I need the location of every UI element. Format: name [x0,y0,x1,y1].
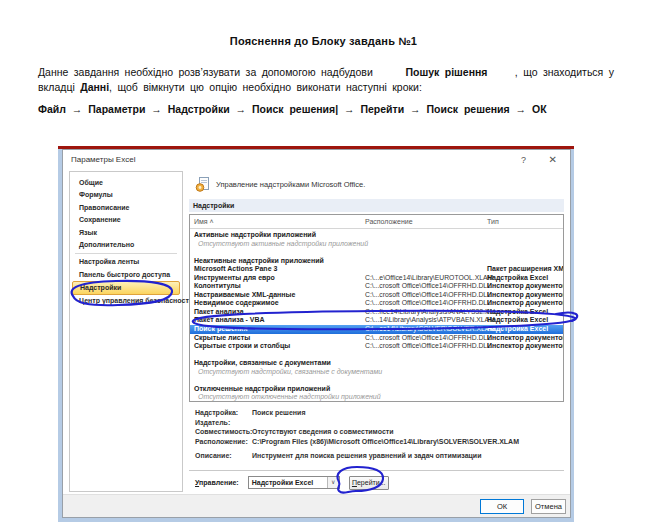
go-button[interactable]: Перейти... [349,476,389,490]
sort-icon: ˄ [210,218,214,225]
column-location[interactable]: Расположение [365,215,413,228]
column-name[interactable]: Имя ˄ [194,215,214,228]
sidebar-item-general[interactable]: Общие [70,177,182,189]
detail-row: Надстройка:Поиск решения [195,408,564,418]
row-name: Неактивные надстройки приложений [194,257,324,266]
row-name: Microsoft Actions Pane 3 [194,265,277,274]
row-location: C:\...crosoft Office\Office14\OFFRHD.DLL [365,282,491,291]
detail-label: Совместимость: [195,427,252,437]
row-location: C:\...crosoft Office\Office14\OFFRHD.DLL [365,334,491,343]
sidebar-item-language[interactable]: Язык [70,227,182,239]
help-icon[interactable]: ? [521,155,526,165]
steps-line: Файл → Параметри → Надстройки → Поиск ре… [38,103,547,115]
row-location: C:\...crosoft Office\Office14\OFFRHD.DLL [365,342,491,351]
sidebar-item-trust-center[interactable]: Центр управления безопасностью [70,295,182,307]
table-group-row: Отключенные надстройки приложений [190,385,563,394]
row-location: C:\...fice14\Library\Analysis\ANALYS32.X… [365,308,497,317]
row-location: C:\...ce14\Library\SOLVER\SOLVER.XLAM [365,325,495,334]
manage-dropdown-value: Надстройки Excel [249,479,327,486]
table-rows: Активные надстройки приложений Отсутству… [190,229,563,402]
table-row[interactable]: Инструменты для евроC:\...e\Office14\Lib… [190,274,563,283]
table-row[interactable]: Пакет анализаC:\...fice14\Library\Analys… [190,308,563,317]
addins-icon [195,177,210,192]
detail-row: Описание:Инструмент для поиска решения у… [195,451,564,461]
row-name: Отключенные надстройки приложений [194,385,330,394]
row-name: Скрытые строки и столбцы [194,342,290,351]
row-name: Активные надстройки приложений [194,231,316,240]
table-spacer [190,248,563,257]
manage-row: Управление: Надстройки Excel ∨ Перейти..… [189,476,564,490]
close-icon[interactable]: ✕ [549,154,557,165]
sidebar-item-quick-access[interactable]: Панель быстрого доступа [70,269,182,281]
chevron-down-icon[interactable]: ∨ [327,477,339,488]
dialog-titlebar: Параметры Excel ? ✕ [63,150,570,170]
addins-section-label: Надстройки [189,199,564,212]
table-row-solver-selected[interactable]: Поиск решенияC:\...ce14\Library\SOLVER\S… [190,325,563,334]
manage-label-rest: правление: [199,479,239,486]
sidebar-item-formulas[interactable]: Формулы [70,189,182,201]
table-row[interactable]: Пакет анализа - VBAC:\...14\Library\Anal… [190,316,563,325]
row-name: Надстройки, связанные с документами [194,359,331,368]
detail-row: Расположение:C:\Program Files (x86)\Micr… [195,437,564,447]
sidebar-divider [75,253,177,254]
ok-button[interactable]: ОК [480,499,524,514]
pane-header-text: Управление надстройками Microsoft Office… [216,180,365,189]
paragraph-line-1: Данне завдання необхідно розв’язувати за… [38,65,614,80]
row-name: Невидимое содержимое [194,299,279,308]
column-type[interactable]: Тип [487,215,499,228]
row-location: C:\...14\Library\Analysis\ATPVBAEN.XLAM [365,316,495,325]
table-row[interactable]: Настраиваемые XML-данныеC:\...crosoft Of… [190,291,563,300]
row-name: Настраиваемые XML-данные [194,291,295,300]
detail-value: C:\Program Files (x86)\Microsoft Office\… [252,437,519,447]
sidebar-item-ribbon[interactable]: Настройка ленты [70,256,182,268]
manage-dropdown[interactable]: Надстройки Excel ∨ [248,476,340,489]
row-type: Надстройка Excel [487,308,548,317]
table-row[interactable]: Microsoft Actions Pane 3Пакет расширения… [190,265,563,274]
manage-label: Управление: [195,479,239,486]
addin-details: Надстройка:Поиск решения Издатель: Совме… [189,408,564,461]
table-note-row: Отсутствуют надстройки, связанные с доку… [190,368,563,377]
detail-row: Издатель: [195,418,564,428]
table-row[interactable]: КолонтитулыC:\...crosoft Office\Office14… [190,282,563,291]
sidebar-item-proofing[interactable]: Правописание [70,202,182,214]
table-row[interactable]: Скрытые строки и столбцыC:\...crosoft Of… [190,342,563,351]
row-type: Пакет расширения XML [487,265,564,274]
sidebar-item-advanced[interactable]: Дополнительно [70,239,182,251]
table-header: Имя ˄ Расположение Тип [190,215,563,229]
para-text-3: вкладці [38,81,80,93]
row-type: Инспектор документов [487,342,564,351]
table-row[interactable]: Скрытые листыC:\...crosoft Office\Office… [190,334,563,343]
row-name: Отсутствуют надстройки, связанные с доку… [198,368,382,377]
table-group-row: Надстройки, связанные с документами [190,359,563,368]
detail-value: Инструмент для поиска решения уравнений … [252,451,481,461]
para-bold-data-tab: Данні [80,81,109,93]
table-note-row: Отсутствуют активные надстройки приложен… [190,240,563,249]
row-name: Скрытые листы [194,334,250,343]
row-name: Пакет анализа [194,308,244,317]
excel-options-dialog: Параметры Excel ? ✕ Общие Формулы Правоп… [62,149,571,518]
dialog-footer: ОК Отмена [63,494,570,517]
row-type: Надстройка Excel [487,274,548,283]
sidebar-item-addins[interactable]: Надстройки [72,281,180,295]
paragraph-line-2: вкладці Данні, щоб вімкнути цю опцію нео… [38,80,614,95]
table-group-row: Неактивные надстройки приложений [190,257,563,266]
addins-table: Имя ˄ Расположение Тип Активные надстрой… [189,214,564,402]
row-type: Инспектор документов [487,282,564,291]
dialog-title: Параметры Excel [71,155,135,164]
detail-label: Надстройка: [195,408,238,418]
row-type: Инспектор документов [487,291,564,300]
para-text-1: Данне завдання необхідно розв’язувати за… [38,65,378,80]
detail-label: Расположение: [195,437,248,447]
detail-label: Издатель: [195,418,230,428]
go-label-rest: ерейти... [357,479,386,486]
row-location: C:\...e\Office14\Library\EUROTOOL.XLAM [365,274,493,283]
para-text-2: , що знаходиться у [515,65,614,80]
row-type: Надстройка Excel [487,316,548,325]
sidebar-item-save[interactable]: Сохранение [70,214,182,226]
row-name: Пакет анализа - VBA [194,316,265,325]
addins-pane: Управление надстройками Microsoft Office… [189,171,564,490]
row-name: Отсутствуют активные надстройки приложен… [198,240,368,249]
table-row[interactable]: Невидимое содержимоеC:\...crosoft Office… [190,299,563,308]
cancel-button[interactable]: Отмена [531,499,566,514]
row-location: C:\...crosoft Office\Office14\OFFRHD.DLL [365,291,491,300]
